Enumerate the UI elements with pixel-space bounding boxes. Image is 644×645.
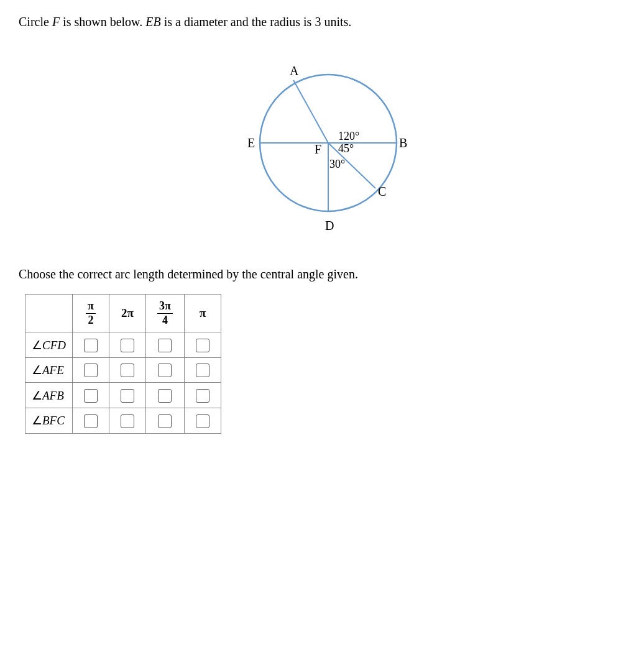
row-label-bfc: ∠BFC [25,408,73,434]
intro-text-middle: is shown below. [60,15,145,29]
answer-table-container: π 2 2π 3π 4 π ∠CFD [25,294,625,434]
table-row-cfd: ∠CFD [25,332,221,358]
header-3pi-over-4: 3π 4 [146,295,185,332]
checkbox-bfc-2pi[interactable] [121,414,134,428]
cell-cfd-2pi[interactable] [109,332,146,358]
cell-cfd-3pi4[interactable] [146,332,185,358]
checkbox-cfd-pi[interactable] [196,339,209,352]
cell-afe-pi[interactable] [184,357,221,383]
angle-30: 30° [329,158,345,170]
cell-bfc-3pi4[interactable] [146,408,185,434]
row-label-cfd: ∠CFD [25,332,73,358]
table-row-afb: ∠AFB [25,383,221,408]
table-row-bfc: ∠BFC [25,408,221,434]
cell-afb-3pi4[interactable] [146,383,185,408]
cell-cfd-pi2[interactable] [73,332,109,358]
header-pi-over-2: π 2 [73,295,109,332]
checkbox-afe-2pi[interactable] [121,364,134,377]
cell-cfd-pi[interactable] [184,332,221,358]
angle-45: 45° [338,142,354,155]
checkbox-afb-3pi4[interactable] [158,389,172,403]
question-text: Choose the correct arc length determined… [19,267,625,281]
checkbox-cfd-pi2[interactable] [84,339,98,352]
label-E: E [247,136,255,150]
cell-afe-pi2[interactable] [73,357,109,383]
cell-afb-2pi[interactable] [109,383,146,408]
table-header-row: π 2 2π 3π 4 π [25,295,221,332]
row-label-afb: ∠AFB [25,383,73,408]
checkbox-afb-2pi[interactable] [121,389,134,403]
checkbox-bfc-pi2[interactable] [84,414,98,428]
circle-name: F [52,15,60,29]
cell-bfc-pi2[interactable] [73,408,109,434]
cell-afb-pi[interactable] [184,383,221,408]
table-row-afe: ∠AFE [25,357,221,383]
intro-text-after: is a diameter and the radius is 3 units. [161,15,352,29]
checkbox-afe-pi[interactable] [196,364,209,377]
header-pi: π [184,295,221,332]
cell-bfc-pi[interactable] [184,408,221,434]
checkbox-cfd-3pi4[interactable] [158,339,172,352]
cell-bfc-2pi[interactable] [109,408,146,434]
checkbox-afb-pi2[interactable] [84,389,98,403]
answer-table: π 2 2π 3π 4 π ∠CFD [25,294,221,434]
angle-120: 120° [338,130,359,142]
cell-afe-2pi[interactable] [109,357,146,383]
svg-line-2 [293,80,328,143]
cell-afb-pi2[interactable] [73,383,109,408]
label-B: B [399,136,407,150]
intro-text-before: Circle [19,15,52,29]
intro-paragraph: Circle F is shown below. EB is a diamete… [19,12,625,31]
cell-afe-3pi4[interactable] [146,357,185,383]
circle-diagram: A E B F D C 120° 45° 30° [216,43,428,242]
label-D: D [325,219,334,232]
label-A: A [290,64,299,78]
checkbox-bfc-pi[interactable] [196,414,209,428]
header-2pi: 2π [109,295,146,332]
diagram-container: A E B F D C 120° 45° 30° [19,43,625,242]
header-blank [25,295,73,332]
label-F: F [315,142,321,156]
checkbox-cfd-2pi[interactable] [121,339,134,352]
checkbox-afe-pi2[interactable] [84,364,98,377]
label-C: C [378,185,386,198]
diameter-label: EB [145,15,160,29]
checkbox-afb-pi[interactable] [196,389,209,403]
checkbox-afe-3pi4[interactable] [158,364,172,377]
checkbox-bfc-3pi4[interactable] [158,414,172,428]
row-label-afe: ∠AFE [25,357,73,383]
